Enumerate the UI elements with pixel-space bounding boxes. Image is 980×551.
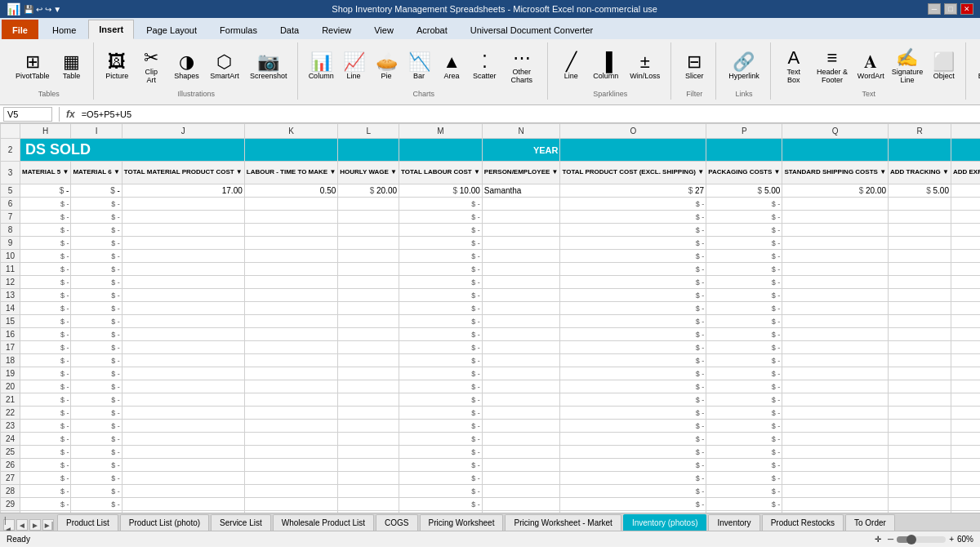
zoom-thumb[interactable] (906, 535, 916, 544)
col-header-I[interactable]: I (71, 124, 122, 139)
screenshot-button[interactable]: 📷 Screenshot (246, 51, 291, 82)
equation-button[interactable]: π Equation (974, 51, 980, 82)
cell-M5[interactable]: $ 10.00 (399, 184, 483, 198)
cell-L5[interactable]: $ 20.00 (338, 184, 399, 198)
col-header-M[interactable]: M (399, 124, 483, 139)
smartart-button[interactable]: ⬡ SmartArt (207, 51, 243, 82)
tab-data[interactable]: Data (270, 20, 310, 39)
sparkline-line-button[interactable]: ╱ Line (556, 51, 586, 82)
object-button[interactable]: ⬜ Object (929, 51, 959, 82)
ribbon-group-filter: ⊟ Slicer Filter (673, 42, 716, 100)
cell-S5[interactable]: $ 10.00 (951, 184, 980, 198)
col-header-O[interactable]: O (560, 124, 706, 139)
tab-file[interactable]: File (2, 20, 38, 39)
textbox-button[interactable]: A Text Box (779, 47, 808, 87)
cell-J5[interactable]: 17.00 (122, 184, 244, 198)
cell-I5[interactable]: $ - (71, 184, 122, 198)
tab-universal-doc[interactable]: Universal Document Converter (460, 20, 604, 39)
tab-last-button[interactable]: ►| (42, 519, 54, 531)
sheet-tab-wholesale[interactable]: Wholesale Product List (273, 514, 374, 531)
sparkline-winloss-button[interactable]: ± Win/Loss (626, 51, 664, 82)
title-h6 (889, 139, 951, 162)
text-group-label: Text (862, 88, 875, 98)
slicer-icon: ⊟ (687, 53, 702, 71)
column-chart-button[interactable]: 📊 Column (306, 51, 336, 82)
table-row: 27$ -$ -$ -$ -$ -$ -$ - (1, 472, 981, 485)
shapes-icon: ◑ (179, 53, 194, 71)
wordart-button[interactable]: 𝐀 WordArt (856, 51, 885, 82)
minimize-button[interactable]: ─ (928, 3, 941, 15)
signature-button[interactable]: ✍ Signature Line (889, 47, 925, 87)
col-header-K[interactable]: K (244, 124, 338, 139)
wordart-icon: 𝐀 (864, 53, 877, 71)
maximize-button[interactable]: □ (944, 3, 957, 15)
clipart-button[interactable]: ✂ Clip Art (136, 47, 167, 87)
tab-acrobat[interactable]: Acrobat (406, 20, 458, 39)
tab-next-button[interactable]: ► (29, 519, 41, 531)
status-right: ✛ ─ + 60% (875, 535, 973, 544)
table-row: 18$ -$ -$ -$ -$ -$ -$ - (1, 354, 981, 367)
picture-button[interactable]: 🖼 Picture (102, 51, 133, 82)
zoom-slider[interactable] (897, 536, 946, 543)
col-header-R[interactable]: R (889, 124, 951, 139)
object-icon: ⬜ (933, 53, 955, 71)
line-chart-button[interactable]: 📈 Line (339, 51, 368, 82)
col-header-L[interactable]: L (338, 124, 399, 139)
col-header-P[interactable]: P (706, 124, 782, 139)
cell-N5[interactable]: Samantha (482, 184, 560, 198)
zoom-level: 60% (957, 535, 973, 544)
col-header-J[interactable]: J (122, 124, 244, 139)
cell-P5[interactable]: $ 5.00 (706, 184, 782, 198)
tab-review[interactable]: Review (311, 20, 362, 39)
table-button[interactable]: ▦ Table (57, 51, 87, 82)
bar-chart-button[interactable]: 📉 Bar (404, 51, 434, 82)
col-header-N[interactable]: N (482, 124, 560, 139)
sparkline-column-button[interactable]: ▐ Column (589, 51, 622, 82)
cell-O5[interactable]: $ 27 (560, 184, 706, 198)
cell-Q5[interactable]: $ 20.00 (782, 184, 889, 198)
shapes-button[interactable]: ◑ Shapes (171, 51, 203, 82)
signature-icon: ✍ (896, 49, 918, 67)
sheet-tab-inventory-photos[interactable]: Inventory (photos) (623, 514, 707, 531)
scatter-chart-button[interactable]: ⁚ Scatter (470, 51, 499, 82)
sheet-tab-inventory[interactable]: Inventory (708, 514, 760, 531)
sheet-tab-pricing[interactable]: Pricing Worksheet (420, 514, 504, 531)
cell-H5[interactable]: $ - (20, 184, 71, 198)
zoom-in-button[interactable]: + (949, 535, 954, 544)
window-controls[interactable]: ─ □ ✕ (928, 3, 973, 15)
header-footer-button[interactable]: ≡ Header & Footer (812, 47, 853, 87)
tab-formulas[interactable]: Formulas (209, 20, 268, 39)
pie-chart-button[interactable]: 🥧 Pie (372, 51, 401, 82)
tab-prev-button[interactable]: ◄ (16, 519, 28, 531)
col-header-H[interactable]: H (20, 124, 71, 139)
slicer-button[interactable]: ⊟ Slicer (679, 51, 709, 82)
tab-first-button[interactable]: |◄ (3, 519, 15, 531)
other-charts-button[interactable]: ⋯ Other Charts (502, 47, 541, 87)
header-total-labour: TOTAL LABOUR COST ▼ (399, 162, 483, 184)
hyperlink-button[interactable]: 🔗 Hyperlink (724, 51, 764, 82)
col-header-S[interactable]: S (951, 124, 980, 139)
tab-home[interactable]: Home (42, 20, 87, 39)
sheet-tab-product-list-photo[interactable]: Product List (photo) (120, 514, 209, 531)
year-value-cell[interactable] (560, 139, 706, 162)
pivottable-button[interactable]: ⊞ PivotTable (11, 51, 54, 82)
sheet-tab-cogs[interactable]: COGS (376, 514, 417, 531)
formula-input[interactable]: =O5+P5+U5 (82, 109, 977, 119)
sheet-tab-pricing-market[interactable]: Pricing Worksheet - Market (505, 514, 621, 531)
area-chart-button[interactable]: ▲ Area (437, 51, 466, 82)
cell-reference-box[interactable]: V5 (3, 107, 52, 122)
cell-R5[interactable]: $ 5.00 (889, 184, 951, 198)
col-header-Q[interactable]: Q (782, 124, 889, 139)
cell-K5[interactable]: 0.50 (244, 184, 338, 198)
tab-view[interactable]: View (363, 20, 404, 39)
sheet-tab-service-list[interactable]: Service List (211, 514, 271, 531)
close-button[interactable]: ✕ (960, 3, 973, 15)
sheet-tab-product-list[interactable]: Product List (57, 514, 118, 531)
formula-bar: V5 fx =O5+P5+U5 (0, 105, 980, 123)
window-title: Shop Inventory Management Spreadsheets -… (61, 4, 928, 14)
tab-insert[interactable]: Insert (88, 20, 134, 39)
tab-page-layout[interactable]: Page Layout (136, 20, 207, 39)
sheet-tab-to-order[interactable]: To Order (845, 514, 895, 531)
zoom-out-button[interactable]: ─ (888, 535, 893, 544)
sheet-tab-restocks[interactable]: Product Restocks (762, 514, 844, 531)
